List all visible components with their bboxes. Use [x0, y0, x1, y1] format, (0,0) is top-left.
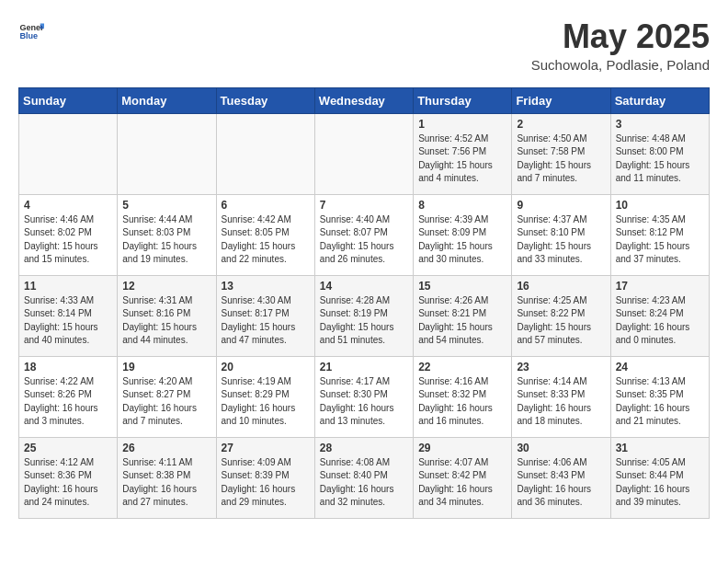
day-info: Sunrise: 4:25 AM Sunset: 8:22 PM Dayligh…	[517, 294, 605, 348]
calendar-table: SundayMondayTuesdayWednesdayThursdayFrid…	[18, 87, 710, 519]
day-number: 2	[517, 118, 605, 131]
day-number: 29	[418, 442, 506, 454]
calendar-cell: 24Sunrise: 4:13 AM Sunset: 8:35 PM Dayli…	[610, 356, 709, 437]
calendar-cell: 17Sunrise: 4:23 AM Sunset: 8:24 PM Dayli…	[610, 275, 709, 356]
day-number: 30	[517, 442, 605, 454]
week-row-4: 18Sunrise: 4:22 AM Sunset: 8:26 PM Dayli…	[19, 356, 710, 437]
calendar-cell: 14Sunrise: 4:28 AM Sunset: 8:19 PM Dayli…	[314, 275, 413, 356]
day-number: 12	[122, 280, 210, 293]
day-number: 4	[24, 199, 112, 212]
day-info: Sunrise: 4:33 AM Sunset: 8:14 PM Dayligh…	[24, 294, 112, 348]
day-info: Sunrise: 4:22 AM Sunset: 8:26 PM Dayligh…	[24, 375, 112, 429]
day-info: Sunrise: 4:35 AM Sunset: 8:12 PM Dayligh…	[616, 213, 704, 267]
day-info: Sunrise: 4:14 AM Sunset: 8:33 PM Dayligh…	[517, 375, 605, 429]
calendar-cell	[216, 113, 314, 194]
day-info: Sunrise: 4:05 AM Sunset: 8:44 PM Dayligh…	[616, 456, 704, 510]
calendar-cell: 29Sunrise: 4:07 AM Sunset: 8:42 PM Dayli…	[414, 437, 512, 518]
day-info: Sunrise: 4:13 AM Sunset: 8:35 PM Dayligh…	[616, 375, 704, 429]
day-number: 7	[320, 199, 408, 212]
calendar-cell: 16Sunrise: 4:25 AM Sunset: 8:22 PM Dayli…	[512, 275, 610, 356]
weekday-header-sunday: Sunday	[19, 87, 118, 113]
day-number: 9	[517, 199, 605, 212]
calendar-cell	[314, 113, 413, 194]
logo: General Blue	[18, 18, 44, 44]
month-title: May 2025	[531, 18, 710, 55]
calendar-cell: 11Sunrise: 4:33 AM Sunset: 8:14 PM Dayli…	[19, 275, 118, 356]
day-info: Sunrise: 4:12 AM Sunset: 8:36 PM Dayligh…	[24, 456, 112, 510]
day-info: Sunrise: 4:39 AM Sunset: 8:09 PM Dayligh…	[418, 213, 506, 267]
day-number: 26	[122, 442, 210, 454]
day-info: Sunrise: 4:42 AM Sunset: 8:05 PM Dayligh…	[222, 213, 310, 267]
day-number: 16	[517, 280, 605, 293]
calendar-cell: 2Sunrise: 4:50 AM Sunset: 7:58 PM Daylig…	[512, 113, 610, 194]
weekday-header-tuesday: Tuesday	[216, 87, 314, 113]
day-info: Sunrise: 4:28 AM Sunset: 8:19 PM Dayligh…	[320, 294, 408, 348]
day-number: 13	[222, 280, 310, 293]
svg-text:Blue: Blue	[19, 31, 38, 40]
day-number: 27	[222, 442, 310, 454]
day-info: Sunrise: 4:20 AM Sunset: 8:27 PM Dayligh…	[122, 375, 210, 429]
day-number: 24	[616, 361, 704, 373]
weekday-header-saturday: Saturday	[610, 87, 709, 113]
calendar-cell: 3Sunrise: 4:48 AM Sunset: 8:00 PM Daylig…	[610, 113, 709, 194]
day-info: Sunrise: 4:23 AM Sunset: 8:24 PM Dayligh…	[616, 294, 704, 348]
day-info: Sunrise: 4:19 AM Sunset: 8:29 PM Dayligh…	[222, 375, 310, 429]
day-number: 15	[418, 280, 506, 293]
day-number: 23	[517, 361, 605, 373]
calendar-cell: 21Sunrise: 4:17 AM Sunset: 8:30 PM Dayli…	[314, 356, 413, 437]
calendar-cell: 20Sunrise: 4:19 AM Sunset: 8:29 PM Dayli…	[216, 356, 314, 437]
day-number: 19	[122, 361, 210, 373]
day-info: Sunrise: 4:48 AM Sunset: 8:00 PM Dayligh…	[616, 132, 704, 186]
calendar-cell: 30Sunrise: 4:06 AM Sunset: 8:43 PM Dayli…	[512, 437, 610, 518]
day-info: Sunrise: 4:31 AM Sunset: 8:16 PM Dayligh…	[122, 294, 210, 348]
week-row-3: 11Sunrise: 4:33 AM Sunset: 8:14 PM Dayli…	[19, 275, 710, 356]
calendar-cell: 25Sunrise: 4:12 AM Sunset: 8:36 PM Dayli…	[19, 437, 118, 518]
day-info: Sunrise: 4:08 AM Sunset: 8:40 PM Dayligh…	[320, 456, 408, 510]
calendar-cell	[19, 113, 118, 194]
day-info: Sunrise: 4:16 AM Sunset: 8:32 PM Dayligh…	[418, 375, 506, 429]
day-number: 22	[418, 361, 506, 373]
weekday-header-monday: Monday	[118, 87, 216, 113]
calendar-cell: 12Sunrise: 4:31 AM Sunset: 8:16 PM Dayli…	[118, 275, 216, 356]
day-info: Sunrise: 4:07 AM Sunset: 8:42 PM Dayligh…	[418, 456, 506, 510]
calendar-cell: 4Sunrise: 4:46 AM Sunset: 8:02 PM Daylig…	[19, 194, 118, 275]
title-area: May 2025 Suchowola, Podlasie, Poland	[531, 18, 710, 73]
calendar-cell: 31Sunrise: 4:05 AM Sunset: 8:44 PM Dayli…	[610, 437, 709, 518]
location-subtitle: Suchowola, Podlasie, Poland	[531, 57, 710, 73]
day-number: 11	[24, 280, 112, 293]
day-number: 5	[122, 199, 210, 212]
week-row-2: 4Sunrise: 4:46 AM Sunset: 8:02 PM Daylig…	[19, 194, 710, 275]
day-info: Sunrise: 4:30 AM Sunset: 8:17 PM Dayligh…	[222, 294, 310, 348]
weekday-header-friday: Friday	[512, 87, 610, 113]
day-info: Sunrise: 4:26 AM Sunset: 8:21 PM Dayligh…	[418, 294, 506, 348]
calendar-cell: 18Sunrise: 4:22 AM Sunset: 8:26 PM Dayli…	[19, 356, 118, 437]
page-header: General Blue May 2025 Suchowola, Podlasi…	[18, 18, 710, 73]
day-info: Sunrise: 4:50 AM Sunset: 7:58 PM Dayligh…	[517, 132, 605, 186]
day-number: 3	[616, 118, 704, 131]
calendar-cell: 23Sunrise: 4:14 AM Sunset: 8:33 PM Dayli…	[512, 356, 610, 437]
day-number: 28	[320, 442, 408, 454]
calendar-cell: 28Sunrise: 4:08 AM Sunset: 8:40 PM Dayli…	[314, 437, 413, 518]
calendar-cell: 5Sunrise: 4:44 AM Sunset: 8:03 PM Daylig…	[118, 194, 216, 275]
day-number: 8	[418, 199, 506, 212]
day-info: Sunrise: 4:11 AM Sunset: 8:38 PM Dayligh…	[122, 456, 210, 510]
calendar-cell: 7Sunrise: 4:40 AM Sunset: 8:07 PM Daylig…	[314, 194, 413, 275]
calendar-cell: 10Sunrise: 4:35 AM Sunset: 8:12 PM Dayli…	[610, 194, 709, 275]
day-number: 1	[418, 118, 506, 131]
day-info: Sunrise: 4:46 AM Sunset: 8:02 PM Dayligh…	[24, 213, 112, 267]
day-number: 20	[222, 361, 310, 373]
weekday-header-thursday: Thursday	[414, 87, 512, 113]
day-number: 17	[616, 280, 704, 293]
calendar-cell: 6Sunrise: 4:42 AM Sunset: 8:05 PM Daylig…	[216, 194, 314, 275]
calendar-cell: 9Sunrise: 4:37 AM Sunset: 8:10 PM Daylig…	[512, 194, 610, 275]
week-row-1: 1Sunrise: 4:52 AM Sunset: 7:56 PM Daylig…	[19, 113, 710, 194]
calendar-cell: 26Sunrise: 4:11 AM Sunset: 8:38 PM Dayli…	[118, 437, 216, 518]
weekday-header-row: SundayMondayTuesdayWednesdayThursdayFrid…	[19, 87, 710, 113]
day-number: 10	[616, 199, 704, 212]
day-number: 31	[616, 442, 704, 454]
week-row-5: 25Sunrise: 4:12 AM Sunset: 8:36 PM Dayli…	[19, 437, 710, 518]
day-info: Sunrise: 4:40 AM Sunset: 8:07 PM Dayligh…	[320, 213, 408, 267]
calendar-cell: 22Sunrise: 4:16 AM Sunset: 8:32 PM Dayli…	[414, 356, 512, 437]
calendar-cell: 8Sunrise: 4:39 AM Sunset: 8:09 PM Daylig…	[414, 194, 512, 275]
calendar-cell	[118, 113, 216, 194]
